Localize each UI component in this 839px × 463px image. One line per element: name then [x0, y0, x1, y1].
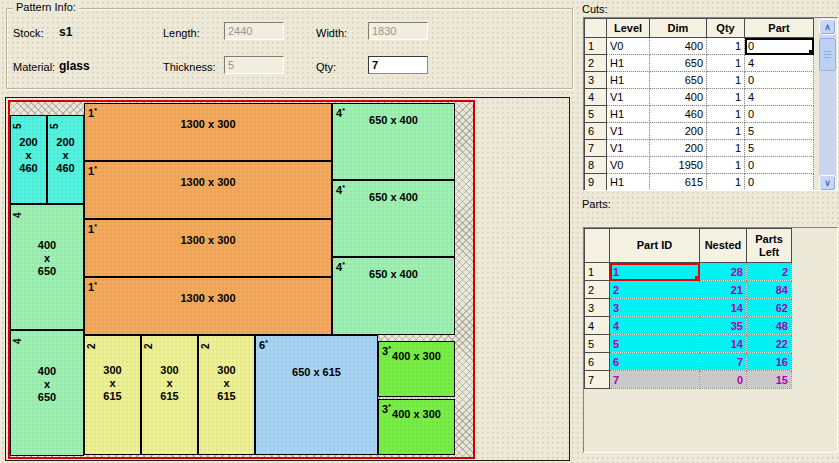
grid-cell[interactable]: 21 [700, 281, 747, 299]
grid-cell[interactable]: 35 [700, 317, 747, 335]
grid-cell[interactable]: 28 [700, 263, 747, 281]
grid-cell[interactable]: 6 [610, 353, 700, 371]
row-number[interactable]: 2 [585, 281, 610, 299]
pattern-piece[interactable]: 1*1300 x 300 [84, 219, 332, 277]
qty-field[interactable] [368, 56, 428, 74]
grid-cell[interactable]: 1 [610, 263, 700, 281]
grid-cell[interactable]: 14 [700, 299, 747, 317]
grid-cell[interactable]: 1 [707, 157, 745, 174]
grid-cell[interactable]: H1 [607, 72, 650, 89]
grid-cell[interactable]: 400 [650, 38, 707, 55]
table-row: 1V040010 [585, 38, 814, 55]
grid-cell[interactable]: 0 [745, 106, 814, 123]
pattern-piece[interactable]: 4*650 x 400 [332, 180, 455, 257]
grid-cell[interactable]: 22 [747, 335, 792, 353]
grid-cell[interactable]: 0 [745, 157, 814, 174]
grid-cell[interactable]: 4 [745, 89, 814, 106]
row-number[interactable]: 9 [585, 174, 607, 191]
pattern-piece[interactable]: 6*650 x 615 [255, 335, 378, 455]
row-number[interactable]: 8 [585, 157, 607, 174]
grid-cell[interactable]: 0 [745, 38, 814, 55]
scroll-up-icon[interactable]: ∧ [819, 19, 836, 35]
grid-cell[interactable]: V0 [607, 38, 650, 55]
row-number[interactable]: 4 [585, 317, 610, 335]
row-number[interactable]: 6 [585, 123, 607, 140]
grid-corner [585, 229, 610, 263]
pattern-piece[interactable]: 4400x650 [10, 330, 84, 456]
pattern-piece[interactable]: 1*1300 x 300 [84, 103, 332, 161]
grid-cell[interactable]: V1 [607, 89, 650, 106]
grid-cell[interactable]: 1 [707, 89, 745, 106]
row-number[interactable]: 2 [585, 55, 607, 72]
grid-cell[interactable]: 48 [747, 317, 792, 335]
grid-cell[interactable]: 84 [747, 281, 792, 299]
grid-cell[interactable]: 0 [745, 174, 814, 191]
grid-cell[interactable]: H1 [607, 174, 650, 191]
row-number[interactable]: 4 [585, 89, 607, 106]
grid-cell[interactable]: 5 [745, 140, 814, 157]
grid-cell[interactable]: 200 [650, 140, 707, 157]
pattern-piece[interactable]: 4*650 x 400 [332, 103, 455, 180]
row-number[interactable]: 1 [585, 263, 610, 281]
grid-cell[interactable]: 62 [747, 299, 792, 317]
grid-cell[interactable]: 3 [610, 299, 700, 317]
grid-cell[interactable]: 2 [747, 263, 792, 281]
grid-cell[interactable]: 2 [610, 281, 700, 299]
row-number[interactable]: 7 [585, 371, 610, 389]
scrollbar-thumb[interactable] [819, 38, 836, 71]
row-number[interactable]: 5 [585, 335, 610, 353]
row-number[interactable]: 3 [585, 72, 607, 89]
cuts-scrollbar[interactable]: ∧ ∨ [819, 19, 836, 191]
pattern-piece[interactable]: 2300x615 [198, 335, 255, 455]
grid-cell[interactable]: V0 [607, 157, 650, 174]
pattern-piece[interactable]: 1*1300 x 300 [84, 161, 332, 219]
pattern-piece[interactable]: 2300x615 [84, 335, 141, 455]
grid-cell[interactable]: 1 [707, 55, 745, 72]
grid-cell[interactable]: 200 [650, 123, 707, 140]
grid-cell[interactable]: V1 [607, 140, 650, 157]
pattern-piece[interactable]: 4*650 x 400 [332, 257, 455, 335]
grid-cell[interactable]: 7 [610, 371, 700, 389]
grid-cell[interactable]: 1 [707, 123, 745, 140]
grid-cell[interactable]: 460 [650, 106, 707, 123]
column-header: Level [607, 19, 650, 38]
grid-cell[interactable]: 4 [745, 55, 814, 72]
grid-cell[interactable]: 0 [700, 371, 747, 389]
pattern-piece[interactable]: 3*400 x 300 [378, 399, 455, 455]
grid-cell[interactable]: 4 [610, 317, 700, 335]
grid-cell[interactable]: 1 [707, 72, 745, 89]
grid-cell[interactable]: 400 [650, 89, 707, 106]
row-number[interactable]: 7 [585, 140, 607, 157]
row-number[interactable]: 3 [585, 299, 610, 317]
pattern-piece[interactable]: 2300x615 [141, 335, 198, 455]
grid-cell[interactable]: 0 [745, 72, 814, 89]
grid-cell[interactable]: 650 [650, 72, 707, 89]
pattern-piece[interactable]: 1*1300 x 300 [84, 277, 332, 335]
column-header: Nested [700, 229, 747, 263]
row-number[interactable]: 5 [585, 106, 607, 123]
grid-cell[interactable]: H1 [607, 55, 650, 72]
grid-cell[interactable]: 5 [610, 335, 700, 353]
grid-cell[interactable]: 15 [747, 371, 792, 389]
grid-cell[interactable]: 5 [745, 123, 814, 140]
grid-cell[interactable]: 14 [700, 335, 747, 353]
pattern-piece[interactable]: 3*400 x 300 [378, 341, 455, 397]
grid-cell[interactable]: 1950 [650, 157, 707, 174]
grid-cell[interactable]: 1 [707, 174, 745, 191]
grid-cell[interactable]: V1 [607, 123, 650, 140]
pattern-piece[interactable]: 4400x650 [10, 204, 84, 330]
piece-dimensions: 1300 x 300 [85, 176, 331, 189]
grid-cell[interactable]: 615 [650, 174, 707, 191]
row-number[interactable]: 1 [585, 38, 607, 55]
grid-cell[interactable]: 16 [747, 353, 792, 371]
grid-cell[interactable]: 1 [707, 38, 745, 55]
grid-cell[interactable]: 1 [707, 140, 745, 157]
grid-cell[interactable]: 1 [707, 106, 745, 123]
grid-cell[interactable]: 7 [700, 353, 747, 371]
row-number[interactable]: 6 [585, 353, 610, 371]
pattern-piece[interactable]: 5200x460 [10, 115, 47, 204]
scroll-down-icon[interactable]: ∨ [819, 175, 836, 191]
pattern-piece[interactable]: 5200x460 [47, 115, 84, 204]
grid-cell[interactable]: H1 [607, 106, 650, 123]
grid-cell[interactable]: 650 [650, 55, 707, 72]
